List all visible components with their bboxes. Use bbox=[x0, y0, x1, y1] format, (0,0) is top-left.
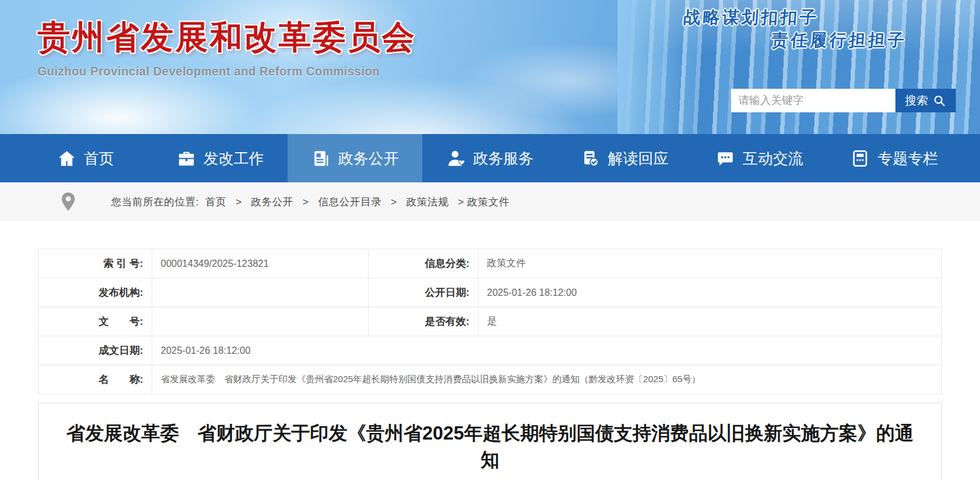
breadcrumb-item-disclosure[interactable]: 政务公开 bbox=[251, 196, 294, 208]
breadcrumb-separator: > bbox=[236, 196, 242, 208]
breadcrumb-separator: > bbox=[458, 196, 464, 208]
meta-label-category: 信息分类: bbox=[369, 249, 479, 278]
nav-item-interpretation[interactable]: 解读回应 bbox=[558, 134, 692, 182]
meta-label-validity: 是否有效: bbox=[369, 307, 479, 336]
slogan-line-2: 责任履行担担子 bbox=[770, 29, 907, 52]
nav-item-interaction[interactable]: 互动交流 bbox=[692, 134, 827, 182]
slogan-line-1: 战略谋划扣扣子 bbox=[683, 6, 909, 29]
main-nav: 首页 发改工作 政务公开 政务服务 bbox=[0, 134, 980, 182]
nav-item-gov-services[interactable]: 政务服务 bbox=[422, 134, 557, 182]
nav-item-gov-disclosure[interactable]: 政务公开 bbox=[288, 134, 422, 182]
site-logo[interactable]: 贵州省发展和改革委员会 Guizhou Provincial Developme… bbox=[37, 16, 416, 78]
meta-label-title: 名 称: bbox=[39, 365, 152, 394]
search-input[interactable] bbox=[731, 89, 895, 112]
breadcrumb-item-home[interactable]: 首页 bbox=[205, 196, 227, 208]
table-row: 文 号: 是否有效: 是 bbox=[39, 307, 942, 336]
search-button-label: 搜索 bbox=[905, 93, 928, 109]
meta-value-title: 省发展改革委 省财政厅关于印发《贵州省2025年超长期特别国债支持消费品以旧换新… bbox=[152, 365, 942, 394]
search-icon bbox=[933, 94, 946, 107]
location-pin-icon bbox=[60, 191, 111, 212]
meta-value-category: 政策文件 bbox=[479, 249, 942, 278]
nav-item-label: 发改工作 bbox=[204, 149, 264, 168]
search-bar: 搜索 bbox=[731, 89, 956, 112]
nav-item-label: 解读回应 bbox=[608, 149, 668, 168]
meta-value-issuing-agency bbox=[152, 278, 369, 307]
meta-label-issuing-agency: 发布机构: bbox=[39, 278, 152, 307]
table-row: 索 引 号: 000014349/2025-123821 信息分类: 政策文件 bbox=[39, 249, 942, 278]
site-title: 贵州省发展和改革委员会 bbox=[37, 16, 416, 60]
meta-value-validity: 是 bbox=[479, 307, 942, 336]
header-slogan: 战略谋划扣扣子 责任履行担担子 bbox=[681, 6, 909, 52]
home-icon bbox=[57, 149, 76, 168]
breadcrumb-item-policy-file[interactable]: 政策文件 bbox=[467, 196, 509, 208]
nav-item-home[interactable]: 首页 bbox=[18, 134, 153, 182]
meta-value-publish-date: 2025-01-26 18:12:00 bbox=[479, 278, 942, 307]
breadcrumb-separator: > bbox=[391, 196, 397, 208]
doc-check-icon bbox=[581, 149, 600, 168]
table-row: 发布机构: 公开日期: 2025-01-26 18:12:00 bbox=[39, 278, 942, 307]
person-icon bbox=[446, 149, 465, 168]
nav-item-label: 政务公开 bbox=[338, 149, 399, 168]
breadcrumb-trail: 您当前所在的位置: 首页 > 政务公开 > 信息公开目录 > 政策法规 > 政策… bbox=[111, 195, 509, 209]
table-row: 名 称: 省发展改革委 省财政厅关于印发《贵州省2025年超长期特别国债支持消费… bbox=[39, 365, 942, 394]
document-meta-table: 索 引 号: 000014349/2025-123821 信息分类: 政策文件 … bbox=[38, 249, 942, 394]
meta-value-doc-no bbox=[152, 307, 369, 336]
article-container: 省发展改革委 省财政厅关于印发《贵州省2025年超长期特别国债支持消费品以旧换新… bbox=[38, 403, 942, 480]
search-button[interactable]: 搜索 bbox=[895, 89, 956, 112]
meta-label-doc-no: 文 号: bbox=[39, 307, 152, 336]
grid-icon bbox=[851, 149, 869, 168]
meta-label-index-no: 索 引 号: bbox=[39, 249, 152, 278]
nav-item-fagai-work[interactable]: 发改工作 bbox=[153, 134, 288, 182]
nav-item-label: 专题专栏 bbox=[877, 149, 938, 168]
breadcrumb: 您当前所在的位置: 首页 > 政务公开 > 信息公开目录 > 政策法规 > 政策… bbox=[0, 182, 980, 221]
breadcrumb-item-policy-law[interactable]: 政策法规 bbox=[406, 196, 448, 208]
nav-item-label: 政务服务 bbox=[473, 149, 534, 168]
breadcrumb-prefix: 您当前所在的位置: bbox=[111, 196, 199, 208]
site-header: 贵州省发展和改革委员会 Guizhou Provincial Developme… bbox=[0, 0, 980, 134]
chat-icon bbox=[716, 149, 735, 168]
article-title: 省发展改革委 省财政厅关于印发《贵州省2025年超长期特别国债支持消费品以旧换新… bbox=[63, 420, 917, 473]
nav-item-label: 互动交流 bbox=[743, 149, 803, 168]
meta-value-index-no: 000014349/2025-123821 bbox=[152, 249, 369, 278]
meta-label-publish-date: 公开日期: bbox=[369, 278, 479, 307]
site-subtitle: Guizhou Provincial Development and Refor… bbox=[37, 65, 416, 78]
nav-item-label: 首页 bbox=[84, 149, 114, 168]
briefcase-icon bbox=[177, 149, 196, 168]
breadcrumb-item-catalog[interactable]: 信息公开目录 bbox=[318, 196, 382, 208]
document-icon bbox=[312, 149, 330, 168]
nav-item-special-topics[interactable]: 专题专栏 bbox=[827, 134, 962, 182]
table-row: 成文日期: 2025-01-26 18:12:00 bbox=[39, 336, 942, 365]
meta-label-written-date: 成文日期: bbox=[39, 336, 152, 365]
breadcrumb-separator: > bbox=[303, 196, 309, 208]
meta-value-written-date: 2025-01-26 18:12:00 bbox=[152, 336, 942, 365]
